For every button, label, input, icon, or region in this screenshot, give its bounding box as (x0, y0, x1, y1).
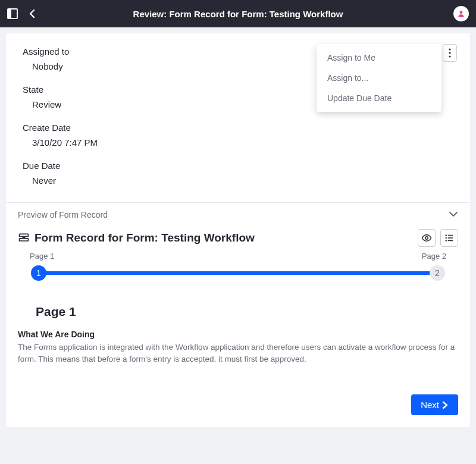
update-due-date-item[interactable]: Update Due Date (317, 88, 441, 108)
svg-rect-11 (448, 237, 453, 239)
list-button[interactable] (440, 229, 458, 247)
back-button[interactable] (29, 9, 36, 18)
preview-header-label: Preview of Form Record (18, 210, 108, 220)
person-icon (457, 10, 465, 18)
page-title: Review: Form Record for Form: Testing Wo… (133, 9, 343, 19)
chevron-left-icon (29, 9, 36, 18)
pager-step-1[interactable]: 1 (31, 265, 46, 281)
next-button[interactable]: Next (411, 394, 458, 415)
svg-point-3 (449, 55, 450, 57)
panel-toggle-icon[interactable] (7, 8, 18, 19)
svg-point-9 (446, 240, 447, 241)
section-heading: What We Are Doing (18, 330, 458, 339)
create-date-value: 3/10/20 7:47 PM (23, 137, 453, 148)
actions-dropdown: Assign to Me Assign to... Update Due Dat… (317, 44, 441, 112)
pager-step-2[interactable]: 2 (430, 265, 445, 281)
svg-point-7 (446, 234, 447, 236)
section-body: The Forms application is integrated with… (18, 341, 458, 365)
actions-menu-button[interactable] (443, 44, 457, 62)
due-date-label: Due Date (23, 161, 453, 171)
create-date-label: Create Date (23, 123, 453, 133)
svg-point-0 (460, 11, 463, 14)
eye-icon (421, 233, 432, 243)
form-icon (18, 232, 30, 244)
assign-to-item[interactable]: Assign to... (317, 68, 441, 88)
svg-rect-5 (20, 239, 29, 241)
svg-point-2 (449, 52, 450, 54)
next-button-label: Next (421, 400, 439, 410)
pager-track (38, 271, 438, 275)
svg-point-6 (425, 237, 428, 240)
pager-label-2: Page 2 (422, 252, 446, 261)
svg-rect-10 (448, 235, 453, 236)
pager-label-1: Page 1 (30, 252, 54, 261)
chevron-down-icon (449, 211, 458, 218)
svg-rect-4 (20, 234, 29, 236)
svg-point-1 (449, 48, 450, 50)
collapse-preview-button[interactable] (449, 210, 458, 220)
view-button[interactable] (418, 229, 436, 247)
assign-to-me-item[interactable]: Assign to Me (317, 48, 441, 68)
user-avatar[interactable] (453, 6, 469, 21)
page-heading: Page 1 (36, 305, 458, 319)
list-icon (444, 233, 455, 243)
due-date-value: Never (23, 175, 453, 186)
svg-rect-12 (448, 240, 453, 242)
svg-point-8 (446, 237, 447, 239)
chevron-right-icon (441, 401, 449, 409)
form-title: Form Record for Form: Testing Workflow (35, 231, 255, 244)
kebab-icon (449, 48, 451, 58)
